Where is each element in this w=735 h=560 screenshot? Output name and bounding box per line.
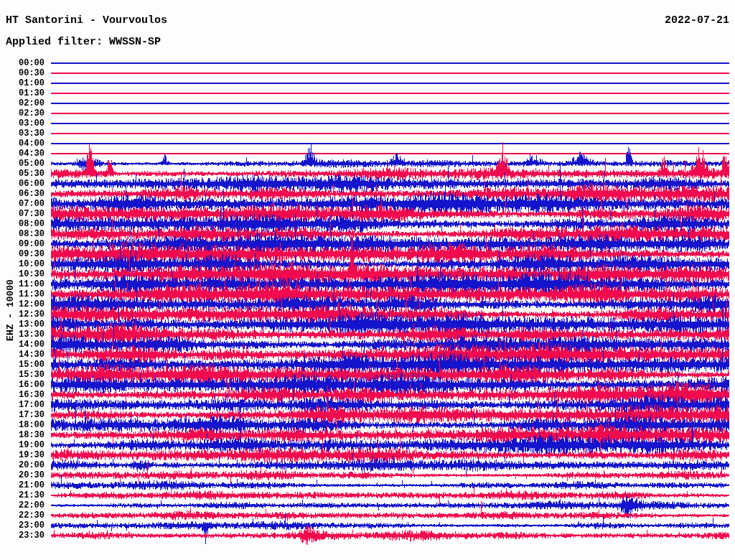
time-label: 07:30 (0, 209, 45, 219)
time-label: 06:30 (0, 189, 45, 199)
time-label: 17:00 (0, 400, 45, 410)
time-label: 16:00 (0, 380, 45, 390)
time-label: 02:30 (0, 108, 45, 118)
time-label: 19:30 (0, 450, 45, 460)
date-label: 2022-07-21 (665, 14, 729, 27)
time-label: 08:30 (0, 229, 45, 239)
time-label: 09:30 (0, 249, 45, 259)
time-label: 10:30 (0, 269, 45, 279)
time-label: 04:00 (0, 139, 45, 149)
time-label: 20:00 (0, 460, 45, 470)
time-label: 01:30 (0, 88, 45, 98)
time-label: 03:00 (0, 118, 45, 129)
time-label: 12:00 (0, 299, 45, 309)
time-label: 15:30 (0, 370, 45, 380)
time-label: 00:30 (0, 68, 45, 78)
time-label: 17:30 (0, 410, 45, 420)
filter-label: Applied filter: WWSSN-SP (6, 36, 161, 48)
time-label: 16:30 (0, 390, 45, 400)
time-label: 13:30 (0, 330, 45, 340)
time-label: 18:00 (0, 420, 45, 430)
time-label: 03:30 (0, 129, 45, 139)
time-label: 12:30 (0, 309, 45, 319)
time-label: 00:00 (0, 58, 45, 68)
time-label: 05:00 (0, 159, 45, 169)
time-label: 01:00 (0, 78, 45, 88)
time-label: 21:30 (0, 490, 45, 500)
time-label: 21:00 (0, 480, 45, 490)
time-label: 06:00 (0, 179, 45, 189)
time-label: 15:00 (0, 360, 45, 370)
time-label: 23:00 (0, 521, 45, 531)
time-label: 14:00 (0, 340, 45, 350)
time-label: 18:30 (0, 430, 45, 440)
helicorder-page: HT Santorini - Vourvoulos 2022-07-21 App… (0, 0, 735, 560)
time-label: 07:00 (0, 199, 45, 209)
time-label: 04:30 (0, 149, 45, 159)
station-title: HT Santorini - Vourvoulos (6, 14, 167, 27)
time-label: 14:30 (0, 350, 45, 360)
time-label: 19:00 (0, 440, 45, 450)
time-label: 05:30 (0, 169, 45, 179)
seismogram-canvas (0, 0, 735, 560)
time-label: 22:30 (0, 510, 45, 521)
time-label: 23:30 (0, 531, 45, 541)
time-label: 02:00 (0, 98, 45, 108)
time-label: 10:00 (0, 259, 45, 269)
time-label: 11:30 (0, 289, 45, 299)
time-label: 09:00 (0, 239, 45, 249)
time-label: 08:00 (0, 219, 45, 229)
time-label: 11:00 (0, 279, 45, 289)
time-label: 22:00 (0, 500, 45, 510)
time-label: 20:30 (0, 470, 45, 480)
time-label: 13:00 (0, 319, 45, 330)
